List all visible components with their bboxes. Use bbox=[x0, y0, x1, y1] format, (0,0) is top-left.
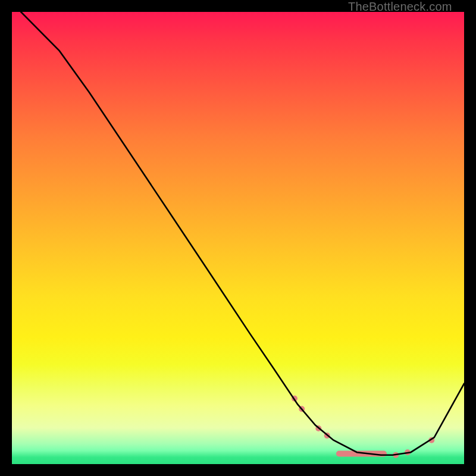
chart-svg bbox=[12, 12, 464, 464]
plot-area bbox=[12, 12, 464, 464]
marker-layer bbox=[292, 396, 434, 458]
bottleneck-curve bbox=[21, 12, 464, 455]
curve-marker-bar bbox=[336, 451, 387, 457]
attribution-text: TheBottleneck.com bbox=[348, 0, 452, 14]
chart-frame: TheBottleneck.com bbox=[0, 0, 476, 476]
